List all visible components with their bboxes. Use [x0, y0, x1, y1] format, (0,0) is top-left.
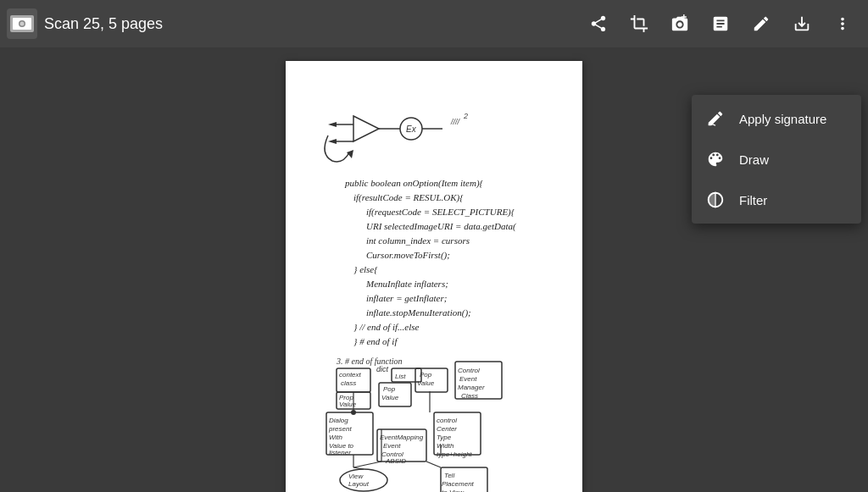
svg-text:listener: listener [329, 449, 351, 456]
svg-text:to View: to View [442, 489, 465, 492]
svg-text:MenuInflate inflaters;: MenuInflate inflaters; [365, 279, 448, 289]
more-options-button[interactable] [824, 5, 861, 42]
dropdown-menu: Apply signature Draw Filter [692, 95, 861, 224]
svg-text:Class: Class [461, 392, 478, 400]
document-page: Ex //// 2 public boolean onOption(Item i… [286, 61, 582, 492]
svg-text:Layout: Layout [348, 480, 370, 488]
draw-label: Draw [739, 152, 769, 167]
svg-text:Control: Control [458, 367, 480, 374]
svg-text:Width: Width [437, 442, 454, 450]
svg-text:View: View [348, 473, 364, 480]
apply-signature-label: Apply signature [739, 112, 826, 126]
svg-text:control: control [437, 417, 457, 424]
svg-text:Cursor.moveToFirst();: Cursor.moveToFirst(); [366, 250, 450, 261]
apply-signature-icon [705, 108, 726, 129]
svg-text:Value: Value [417, 379, 435, 387]
toolbar-title: Scan 25, 5 pages [44, 15, 580, 33]
svg-text:With: With [329, 434, 342, 441]
svg-text:Tell: Tell [444, 472, 454, 479]
svg-text:present: present [328, 425, 352, 433]
svg-text:Manager: Manager [458, 384, 485, 391]
svg-text:Event: Event [459, 375, 477, 383]
svg-text:Value: Value [381, 394, 399, 401]
svg-text:Event: Event [383, 442, 401, 450]
svg-text:Pop: Pop [383, 385, 396, 393]
svg-text:} # end of if: } # end of if [353, 336, 398, 346]
svg-text:Ex: Ex [406, 124, 417, 134]
pages-button[interactable] [702, 5, 739, 42]
camera-add-button[interactable] [661, 5, 698, 42]
svg-text:} else{: } else{ [353, 264, 378, 274]
svg-text:ABSID: ABSID [385, 457, 406, 465]
filter-menu-item[interactable]: Filter [692, 180, 861, 220]
svg-text:context: context [339, 371, 362, 379]
svg-text:Pop: Pop [420, 371, 432, 379]
svg-text:URI selectedImageURI = data.ge: URI selectedImageURI = data.getData( [366, 221, 517, 232]
export-button[interactable] [783, 5, 821, 42]
main-content: Ex //// 2 public boolean onOption(Item i… [0, 47, 868, 492]
svg-text:List: List [395, 373, 406, 380]
svg-text:3. # end of function: 3. # end of function [336, 357, 403, 366]
toolbar-actions [580, 5, 861, 42]
toolbar: Scan 25, 5 pages [0, 0, 868, 47]
filter-icon [705, 190, 726, 210]
pen-button[interactable] [743, 5, 780, 42]
svg-text:int column_index = cursors: int column_index = cursors [366, 235, 470, 246]
svg-text:type+height: type+height [437, 451, 472, 458]
svg-text:Center: Center [437, 425, 457, 433]
svg-text:if(resultCode = RESUL.OK){: if(resultCode = RESUL.OK){ [353, 192, 464, 203]
svg-text:EventMapping: EventMapping [380, 434, 424, 441]
svg-text:class: class [341, 379, 356, 387]
crop-button[interactable] [620, 5, 658, 42]
svg-text:dict: dict [376, 365, 389, 373]
svg-text:Type: Type [437, 434, 452, 441]
draw-menu-item[interactable]: Draw [692, 139, 861, 180]
apply-signature-menu-item[interactable]: Apply signature [692, 98, 861, 139]
svg-text:} // end of if...else: } // end of if...else [353, 322, 420, 332]
svg-text:////: //// [450, 118, 461, 126]
svg-text:inflate.stopMenuIteration();: inflate.stopMenuIteration(); [366, 307, 471, 318]
draw-icon [705, 149, 726, 169]
svg-text:Placement: Placement [442, 480, 475, 488]
app-logo [7, 8, 37, 39]
svg-text:2: 2 [463, 112, 468, 120]
svg-text:Dialog: Dialog [329, 417, 348, 424]
svg-text:if(requestCode = SELECT_PICTUR: if(requestCode = SELECT_PICTURE){ [366, 207, 515, 218]
svg-text:inflater = getInflater;: inflater = getInflater; [366, 293, 447, 303]
share-button[interactable] [580, 5, 617, 42]
filter-label: Filter [739, 193, 767, 207]
svg-text:Value: Value [339, 401, 357, 408]
svg-point-4 [20, 22, 25, 26]
svg-text:public boolean onOption(Item i: public boolean onOption(Item item){ [344, 178, 484, 189]
